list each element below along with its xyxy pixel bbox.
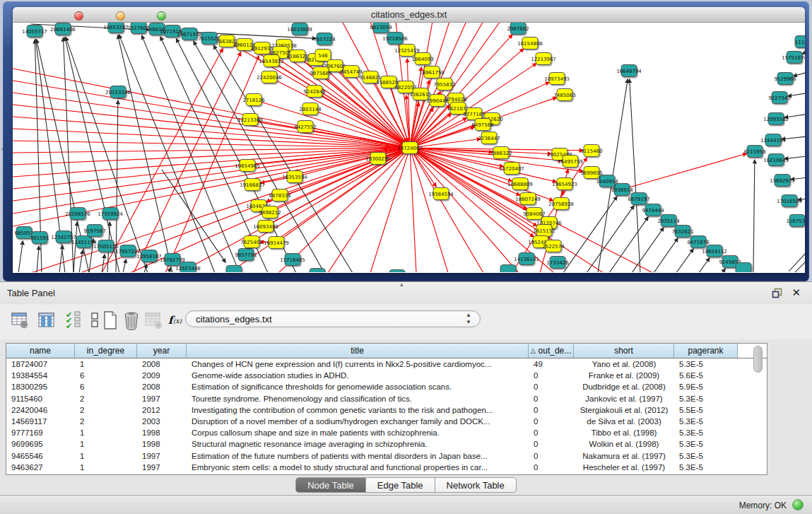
graph-node[interactable]: 2522574 [542, 240, 565, 252]
graph-node[interactable]: 6497568 [471, 119, 493, 131]
table-scrollbar[interactable] [753, 346, 764, 459]
table-row[interactable]: 946554611997Estimation of the future num… [6, 450, 767, 462]
graph-node[interactable]: 12213967 [531, 53, 556, 65]
table-row[interactable]: 969969511998Structural magnetic resonanc… [6, 438, 767, 450]
new-document-icon[interactable] [100, 310, 120, 331]
column-header-name[interactable]: name [6, 344, 75, 358]
graph-node[interactable]: 2987682 [507, 23, 529, 35]
graph-node[interactable]: 2236447 [478, 132, 500, 144]
table-row[interactable]: 1872400712008Changes of HCN gene express… [6, 358, 767, 370]
graph-node[interactable]: 20691406 [50, 23, 76, 35]
graph-node[interactable]: 9129966 [774, 73, 796, 85]
column-header-pagerank[interactable]: pagerank [674, 344, 738, 358]
graph-node[interactable]: 8813054 [370, 23, 392, 33]
graph-node[interactable]: 11124 [795, 36, 805, 48]
graph-node[interactable] [226, 266, 242, 273]
graph-node[interactable]: 12444194 [760, 134, 786, 146]
graph-node[interactable] [310, 269, 325, 273]
graph-node[interactable]: 7632621 [671, 226, 693, 238]
graph-node[interactable]: 15692971 [770, 175, 795, 187]
graph-node[interactable]: 7955812 [433, 78, 455, 90]
network-graph-canvas[interactable]: 1405571720691406106532871527602646616010… [13, 23, 805, 272]
graph-node[interactable]: 9875685 [310, 67, 331, 79]
column-header-year[interactable]: year [137, 344, 187, 358]
graph-node[interactable]: 9197587 [83, 225, 105, 237]
graph-node[interactable]: 19218506 [382, 33, 408, 45]
graph-node[interactable]: 19654923 [552, 178, 577, 190]
network-window-titlebar[interactable]: citations_edges.txt [13, 7, 805, 23]
graph-node[interactable]: 1864093 [411, 53, 433, 65]
graph-node[interactable]: 1167533 [786, 215, 805, 227]
graph-node[interactable]: 17016504 [777, 195, 802, 207]
graph-node[interactable] [389, 270, 405, 273]
graph-node[interactable]: 19384554 [428, 188, 454, 200]
graph-node[interactable]: 15751074 [782, 52, 805, 64]
table-row[interactable]: 911546021997Tourette syndrome. Phenomeno… [6, 393, 767, 404]
graph-node[interactable]: 9242848 [303, 86, 325, 98]
close-panel-icon[interactable]: ✕ [792, 286, 801, 299]
column-header-out_de[interactable]: △out_de... [529, 344, 574, 358]
graph-node[interactable]: 16033809 [287, 23, 312, 35]
graph-node[interactable]: 12093582 [763, 113, 789, 125]
graph-node[interactable]: 7886322 [490, 147, 512, 159]
graph-node[interactable]: 8878334 [269, 189, 291, 201]
graph-node[interactable]: 8215958 [743, 146, 765, 158]
column-header-short[interactable]: short [574, 344, 674, 358]
table-row[interactable]: 977716911998Corpus callosum shape and si… [6, 427, 767, 438]
graph-node[interactable]: 2718126 [242, 94, 265, 106]
graph-node[interactable]: 12213369 [237, 114, 263, 126]
table-row[interactable]: 1830029562008Estimation of significance … [6, 381, 767, 392]
table-row[interactable]: 1938455462009Genome-wide association stu… [6, 370, 767, 381]
graph-node[interactable]: 10654965 [235, 160, 260, 172]
graph-node[interactable]: 9498212 [259, 206, 281, 218]
table-row[interactable]: 2242004622012Investigating the contribut… [6, 404, 767, 416]
graph-node[interactable]: 16154808 [517, 37, 543, 49]
graph-node[interactable]: 6879197 [628, 193, 649, 205]
graph-node[interactable]: 9699695 [580, 167, 602, 179]
graph-node[interactable]: 10688809 [507, 178, 533, 190]
graph-node[interactable]: 391591 [30, 232, 49, 244]
column-visibility-icon[interactable] [37, 310, 57, 331]
column-header-title[interactable]: title [187, 344, 529, 358]
graph-node[interactable]: 15716485 [280, 254, 305, 266]
graph-node[interactable]: 9857791 [235, 249, 257, 261]
splitter-handle-icon[interactable]: ▴ [400, 281, 404, 288]
table-cell: Yano et al. (2008) [574, 358, 674, 370]
graph-node[interactable] [500, 265, 516, 273]
graph-node[interactable]: 14055717 [22, 25, 47, 37]
table-row[interactable]: 946362711997Embryonic stem cells: a mode… [6, 462, 767, 473]
graph-node[interactable]: 7625402 [240, 236, 262, 248]
graph-node[interactable]: 8427552 [294, 121, 316, 133]
graph-node[interactable]: 16648794 [616, 65, 642, 77]
function-builder-icon[interactable]: f(x) [167, 310, 187, 331]
graph-node[interactable]: 20756928 [548, 198, 574, 210]
graph-node[interactable]: 17359924 [98, 208, 123, 220]
column-header-in_degree[interactable]: in_degree [75, 344, 137, 358]
table-settings-icon[interactable] [10, 310, 30, 331]
tab-network-table[interactable]: Network Table [435, 477, 517, 493]
graph-node[interactable]: 2803144 [299, 103, 322, 115]
graph-node[interactable] [736, 263, 751, 273]
table-row[interactable]: 1456911722003Disruption of a novel membe… [6, 416, 767, 427]
table-selector-dropdown[interactable]: citations_edges.txt ▲▼ [185, 310, 481, 327]
tab-edge-table[interactable]: Edge Table [366, 477, 435, 493]
graph-node[interactable]: 546 [315, 49, 331, 62]
graph-node[interactable]: 7857224 [313, 33, 336, 45]
graph-node[interactable]: 8471676 [687, 236, 710, 248]
graph-node[interactable]: 2935114 [657, 215, 680, 227]
graph-node[interactable]: 7485063 [553, 89, 575, 101]
graph-node[interactable]: 9115460 [580, 145, 602, 157]
row-selection-icon[interactable]: ✔✔✔ [64, 310, 83, 331]
graph-node[interactable]: 16210643 [763, 154, 789, 166]
float-panel-icon[interactable] [772, 288, 782, 298]
graph-node[interactable]: 9474444 [642, 204, 664, 216]
scrollbar-thumb[interactable] [753, 346, 763, 373]
graph-node[interactable]: 20206576 [65, 208, 90, 220]
graph-node[interactable]: 1733426 [546, 257, 569, 269]
graph-node[interactable]: 15720407 [499, 163, 524, 175]
tab-node-table[interactable]: Node Table [295, 477, 366, 493]
graph-node[interactable]: 10653287 [103, 23, 129, 33]
graph-node[interactable]: 1615152 [533, 225, 555, 237]
delete-trash-icon[interactable] [122, 310, 141, 331]
graph-node[interactable]: 9227343 [768, 92, 790, 104]
